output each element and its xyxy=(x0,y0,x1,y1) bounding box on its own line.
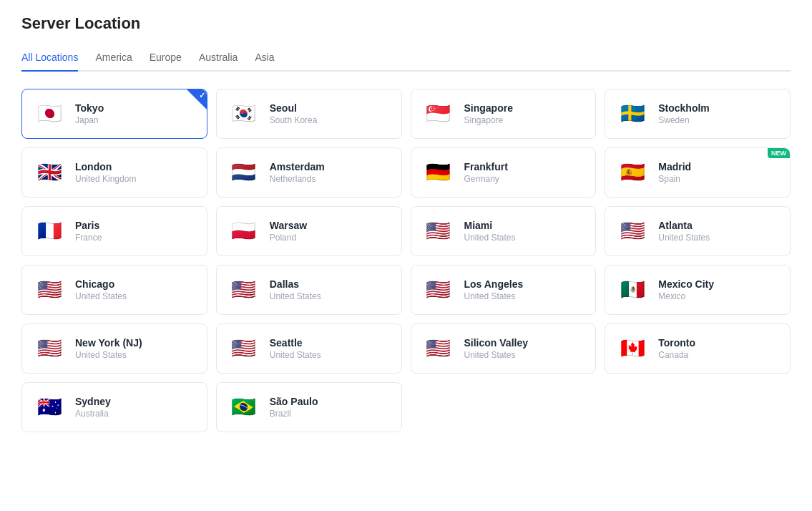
location-card-tokyo[interactable]: 🇯🇵TokyoJapan xyxy=(21,89,207,139)
location-card-toronto[interactable]: 🇨🇦TorontoCanada xyxy=(605,323,791,374)
flag-miami: 🇺🇸 xyxy=(423,220,454,242)
tab-all[interactable]: All Locations xyxy=(21,46,78,72)
flag-madrid: 🇪🇸 xyxy=(617,162,648,183)
flag-sydney: 🇦🇺 xyxy=(34,396,65,418)
location-card-sao-paulo[interactable]: 🇧🇷São PauloBrazil xyxy=(216,382,402,432)
location-card-amsterdam[interactable]: 🇳🇱AmsterdamNetherlands xyxy=(216,147,402,198)
tab-europe[interactable]: Europe xyxy=(150,46,182,72)
city-name-atlanta: Atlanta xyxy=(658,220,710,231)
flag-new-york: 🇺🇸 xyxy=(34,338,65,359)
location-info-chicago: ChicagoUnited States xyxy=(75,278,127,301)
location-card-chicago[interactable]: 🇺🇸ChicagoUnited States xyxy=(21,265,207,315)
locations-grid: 🇯🇵TokyoJapan🇰🇷SeoulSouth Korea🇸🇬Singapor… xyxy=(21,89,791,432)
flag-sao-paulo: 🇧🇷 xyxy=(228,396,260,418)
location-card-madrid[interactable]: 🇪🇸MadridSpain xyxy=(605,147,791,198)
flag-london: 🇬🇧 xyxy=(34,162,65,183)
location-card-seattle[interactable]: 🇺🇸SeattleUnited States xyxy=(216,323,402,374)
location-info-miami: MiamiUnited States xyxy=(464,220,516,243)
country-name-singapore: Singapore xyxy=(464,115,513,125)
flag-chicago: 🇺🇸 xyxy=(34,279,65,301)
flag-amsterdam: 🇳🇱 xyxy=(228,162,260,183)
location-info-paris: ParisFrance xyxy=(75,220,102,243)
country-name-seoul: South Korea xyxy=(270,115,318,125)
location-card-stockholm[interactable]: 🇸🇪StockholmSweden xyxy=(605,89,791,139)
flag-seattle: 🇺🇸 xyxy=(228,338,260,359)
city-name-tokyo: Tokyo xyxy=(75,102,104,114)
country-name-toronto: Canada xyxy=(658,350,695,360)
flag-dallas: 🇺🇸 xyxy=(228,279,260,301)
country-name-sao-paulo: Brazil xyxy=(270,409,318,419)
location-card-frankfurt[interactable]: 🇩🇪FrankfurtGermany xyxy=(411,147,597,198)
location-card-los-angeles[interactable]: 🇺🇸Los AngelesUnited States xyxy=(411,265,597,315)
city-name-sao-paulo: São Paulo xyxy=(270,396,318,407)
city-name-silicon-valley: Silicon Valley xyxy=(464,337,529,349)
flag-mexico-city: 🇲🇽 xyxy=(617,279,648,301)
country-name-madrid: Spain xyxy=(658,174,691,184)
location-info-stockholm: StockholmSweden xyxy=(658,102,710,125)
tab-australia[interactable]: Australia xyxy=(199,46,238,72)
location-info-silicon-valley: Silicon ValleyUnited States xyxy=(464,337,529,360)
country-name-london: United Kingdom xyxy=(75,174,136,184)
country-name-tokyo: Japan xyxy=(75,115,104,125)
city-name-madrid: Madrid xyxy=(658,161,691,172)
city-name-sydney: Sydney xyxy=(75,396,111,407)
flag-singapore: 🇸🇬 xyxy=(423,103,454,125)
city-name-mexico-city: Mexico City xyxy=(658,278,714,290)
city-name-stockholm: Stockholm xyxy=(658,102,710,114)
location-card-warsaw[interactable]: 🇵🇱WarsawPoland xyxy=(216,206,402,256)
location-card-dallas[interactable]: 🇺🇸DallasUnited States xyxy=(216,265,402,315)
location-info-sydney: SydneyAustralia xyxy=(75,396,111,419)
country-name-new-york: United States xyxy=(75,350,142,360)
location-info-madrid: MadridSpain xyxy=(658,161,691,184)
city-name-toronto: Toronto xyxy=(658,337,695,349)
flag-seoul: 🇰🇷 xyxy=(228,103,260,125)
city-name-warsaw: Warsaw xyxy=(270,220,307,231)
location-card-mexico-city[interactable]: 🇲🇽Mexico CityMexico xyxy=(605,265,791,315)
location-card-london[interactable]: 🇬🇧LondonUnited Kingdom xyxy=(21,147,207,198)
location-card-silicon-valley[interactable]: 🇺🇸Silicon ValleyUnited States xyxy=(411,323,597,374)
country-name-dallas: United States xyxy=(270,291,321,301)
city-name-los-angeles: Los Angeles xyxy=(464,278,524,290)
flag-atlanta: 🇺🇸 xyxy=(617,220,648,242)
city-name-seattle: Seattle xyxy=(270,337,321,349)
tab-asia[interactable]: Asia xyxy=(255,46,274,72)
location-info-dallas: DallasUnited States xyxy=(270,278,321,301)
page-title: Server Location xyxy=(21,14,791,33)
city-name-amsterdam: Amsterdam xyxy=(270,161,325,172)
location-card-miami[interactable]: 🇺🇸MiamiUnited States xyxy=(411,206,597,256)
flag-tokyo: 🇯🇵 xyxy=(34,103,65,125)
country-name-frankfurt: Germany xyxy=(464,174,508,184)
location-card-singapore[interactable]: 🇸🇬SingaporeSingapore xyxy=(411,89,597,139)
flag-paris: 🇫🇷 xyxy=(34,220,65,242)
location-info-new-york: New York (NJ)United States xyxy=(75,337,142,360)
location-info-sao-paulo: São PauloBrazil xyxy=(270,396,318,419)
location-card-new-york[interactable]: 🇺🇸New York (NJ)United States xyxy=(21,323,207,374)
location-card-sydney[interactable]: 🇦🇺SydneyAustralia xyxy=(21,382,207,432)
country-name-atlanta: United States xyxy=(658,233,710,243)
location-card-atlanta[interactable]: 🇺🇸AtlantaUnited States xyxy=(605,206,791,256)
country-name-chicago: United States xyxy=(75,291,127,301)
location-tabs: All LocationsAmericaEuropeAustraliaAsia xyxy=(21,46,791,72)
location-info-amsterdam: AmsterdamNetherlands xyxy=(270,161,325,184)
location-info-atlanta: AtlantaUnited States xyxy=(658,220,710,243)
country-name-silicon-valley: United States xyxy=(464,350,529,360)
city-name-frankfurt: Frankfurt xyxy=(464,161,508,172)
country-name-stockholm: Sweden xyxy=(658,115,710,125)
city-name-dallas: Dallas xyxy=(270,278,321,290)
city-name-singapore: Singapore xyxy=(464,102,513,114)
location-card-paris[interactable]: 🇫🇷ParisFrance xyxy=(21,206,207,256)
country-name-los-angeles: United States xyxy=(464,291,524,301)
location-info-seoul: SeoulSouth Korea xyxy=(270,102,318,125)
location-info-frankfurt: FrankfurtGermany xyxy=(464,161,508,184)
flag-los-angeles: 🇺🇸 xyxy=(423,279,454,301)
location-info-seattle: SeattleUnited States xyxy=(270,337,321,360)
location-info-warsaw: WarsawPoland xyxy=(270,220,307,243)
flag-toronto: 🇨🇦 xyxy=(617,338,648,359)
city-name-new-york: New York (NJ) xyxy=(75,337,142,349)
country-name-amsterdam: Netherlands xyxy=(270,174,325,184)
location-info-mexico-city: Mexico CityMexico xyxy=(658,278,714,301)
tab-america[interactable]: America xyxy=(95,46,132,72)
location-info-toronto: TorontoCanada xyxy=(658,337,695,360)
location-card-seoul[interactable]: 🇰🇷SeoulSouth Korea xyxy=(216,89,402,139)
flag-warsaw: 🇵🇱 xyxy=(228,220,260,242)
